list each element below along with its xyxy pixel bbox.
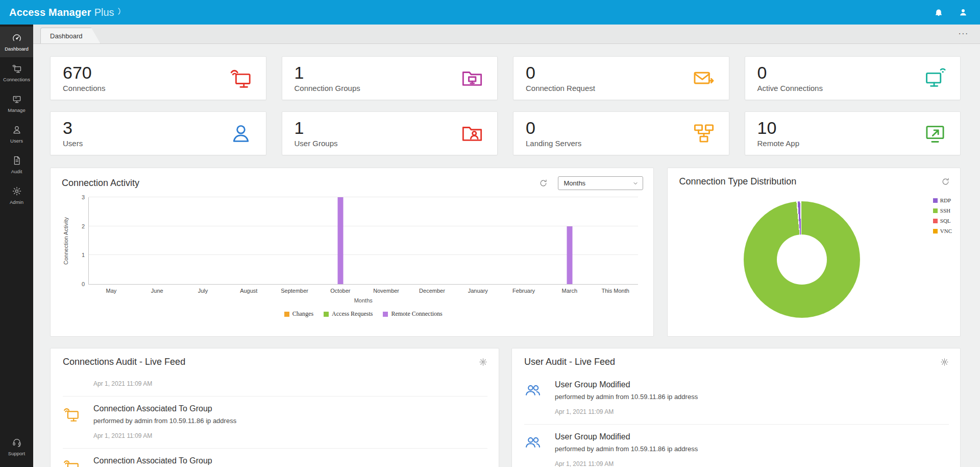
sidebar-item-manage[interactable]: Manage <box>0 88 33 119</box>
sidebar-item-dashboard[interactable]: Dashboard <box>0 27 33 57</box>
legend-label: Remote Connections <box>391 310 442 318</box>
audit-entry-title: User Group Modified <box>555 432 949 441</box>
audit-entry: Connection Associated To Group <box>63 448 487 467</box>
tab-dashboard[interactable]: Dashboard <box>40 28 101 43</box>
legend-item-ssh: SSH <box>933 207 952 214</box>
sidebar-item-label: Manage <box>8 107 25 113</box>
legend-label: SSH <box>940 207 950 214</box>
support-headset-icon <box>12 437 22 448</box>
sidebar-item-connections[interactable]: Connections <box>0 57 33 88</box>
user-group-icon <box>524 382 542 399</box>
user-audit-title: User Audit - Live Feed <box>524 357 615 367</box>
tab-overflow-menu[interactable]: ... <box>959 29 969 39</box>
sidebar-item-support[interactable]: Support <box>0 431 33 462</box>
legend-label: Changes <box>292 310 313 318</box>
stat-card-remote-app[interactable]: 10Remote App <box>745 111 961 155</box>
x-tick-label: February <box>501 288 547 294</box>
stat-card-users[interactable]: 3Users <box>50 111 266 155</box>
audit-entry-title: Connection Associated To Group <box>93 404 487 413</box>
active-monitor-icon <box>923 66 947 90</box>
stat-value-users: 3 <box>63 119 83 137</box>
stat-label-user-groups: User Groups <box>295 139 338 148</box>
legend-swatch <box>933 229 938 233</box>
x-tick-label: November <box>363 288 409 294</box>
legend-item-changes: Changes <box>284 310 313 318</box>
audit-entry-timestamp: Apr 1, 2021 11:09 AM <box>93 380 487 387</box>
audit-entry: Connection Associated To Groupperformed … <box>63 396 487 448</box>
legend-item-vnc: VNC <box>933 228 952 234</box>
x-tick-label: December <box>409 288 455 294</box>
refresh-icon[interactable] <box>941 177 950 186</box>
connections-monitor-icon <box>12 63 22 74</box>
stat-label-connection-groups: Connection Groups <box>295 84 360 92</box>
y-tick-label: 0 <box>82 281 85 287</box>
connections-audit-panel: Connections Audit - Live Feed Apr 1, 202… <box>50 348 499 467</box>
y-tick-label: 1 <box>82 252 85 258</box>
stat-label-active-connections: Active Connections <box>757 84 823 92</box>
stat-card-user-groups[interactable]: 1User Groups <box>282 111 498 155</box>
landing-servers-network-icon <box>692 122 716 145</box>
stat-card-connection-groups[interactable]: 1Connection Groups <box>282 56 498 100</box>
x-tick-label: January <box>455 288 501 294</box>
user-groups-folder-icon <box>460 122 484 145</box>
sidebar-item-users[interactable]: Users <box>0 119 33 149</box>
connections-audit-title: Connections Audit - Live Feed <box>63 357 185 367</box>
stat-value-connection-groups: 1 <box>295 64 360 82</box>
user-audit-panel: User Audit - Live Feed User Group Modifi… <box>511 348 961 467</box>
manage-monitor-icon <box>12 94 22 104</box>
stat-card-active-connections[interactable]: 0Active Connections <box>745 56 961 100</box>
x-tick-label: July <box>180 288 226 294</box>
audit-entry: User Group Modifiedperformed by admin fr… <box>524 372 949 424</box>
legend-swatch <box>933 198 938 203</box>
audit-entry-detail: performed by admin from 10.59.11.86 ip a… <box>555 393 949 401</box>
gridline <box>89 197 638 197</box>
app-logo: Access Manager Plus <box>9 7 122 18</box>
header-actions <box>934 8 968 17</box>
sidebar-item-audit[interactable]: Audit <box>0 149 33 180</box>
user-account-icon[interactable] <box>959 8 968 17</box>
x-tick-label: August <box>226 288 272 294</box>
period-dropdown-value: Months <box>564 179 585 187</box>
donut-chart <box>744 201 860 318</box>
legend-item-sql: SQL <box>933 218 952 224</box>
connections-monitor-icon <box>229 66 253 90</box>
stat-label-connections: Connections <box>63 84 105 92</box>
connection-activity-title: Connection Activity <box>62 178 139 189</box>
legend-label: Access Requests <box>332 310 373 318</box>
stat-card-connection-request[interactable]: 0Connection Request <box>513 56 729 100</box>
legend-label: RDP <box>940 197 951 203</box>
stat-label-connection-request: Connection Request <box>526 84 595 92</box>
stat-value-user-groups: 1 <box>295 119 338 137</box>
notification-bell-icon[interactable] <box>934 8 943 17</box>
audit-entry-timestamp: Apr 1, 2021 11:09 AM <box>555 460 949 467</box>
sidebar-item-label: Users <box>10 138 23 144</box>
audit-entry-title: User Group Modified <box>555 380 949 389</box>
charts-row: Connection Activity Months Connection Ac… <box>50 168 961 337</box>
x-tick-label: This Month <box>593 288 639 294</box>
main-area: Dashboard ... 670Connections1Connection … <box>33 25 980 467</box>
stat-card-landing-servers[interactable]: 0Landing Servers <box>513 111 729 155</box>
connection-type-panel: Connection Type Distribution RDPSSHSQLVN… <box>667 168 961 337</box>
user-person-icon <box>12 125 22 135</box>
x-tick-label: September <box>272 288 317 294</box>
sidebar-item-admin[interactable]: Admin <box>0 180 33 211</box>
connection-audit-icon <box>63 406 80 423</box>
settings-gear-icon[interactable] <box>940 358 949 366</box>
user-person-icon <box>229 122 253 145</box>
bar-march <box>567 226 572 284</box>
period-dropdown[interactable]: Months <box>558 176 643 190</box>
brand-name-light: Plus <box>94 7 114 18</box>
gridline <box>89 226 638 226</box>
refresh-icon[interactable] <box>539 179 548 188</box>
legend-swatch <box>284 312 289 317</box>
connection-type-title: Connection Type Distribution <box>679 176 796 187</box>
stat-card-connections[interactable]: 670Connections <box>50 56 266 100</box>
x-tick-label: October <box>317 288 363 294</box>
settings-gear-icon[interactable] <box>479 358 487 366</box>
audit-entry-timestamp: Apr 1, 2021 11:09 AM <box>93 432 487 439</box>
brand-swoosh-icon <box>117 8 122 15</box>
x-tick-label: March <box>547 288 593 294</box>
legend-swatch <box>324 312 329 317</box>
stat-value-remote-app: 10 <box>757 119 800 137</box>
tab-bar: Dashboard ... <box>33 25 980 44</box>
